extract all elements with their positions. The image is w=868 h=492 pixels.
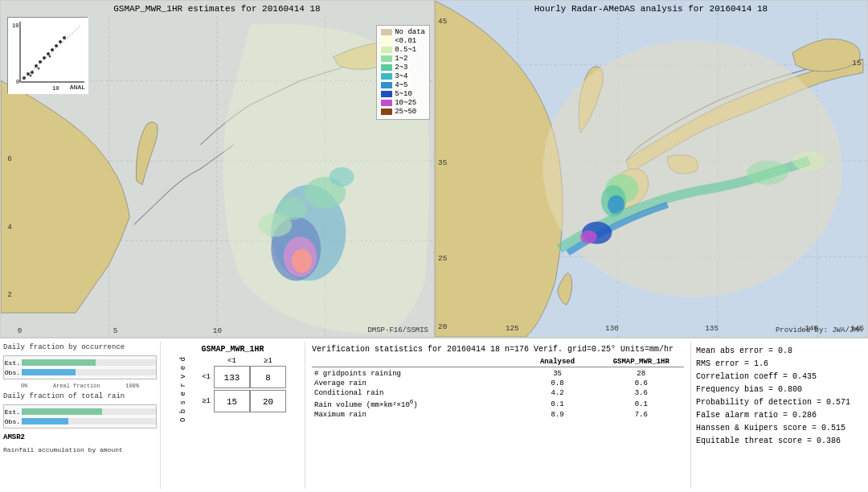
pct-0-label-1: 0% [21, 383, 27, 389]
daily-rain-label: Daily fraction of total rain [3, 392, 157, 400]
mean-abs-error: Mean abs error = 0.8 [696, 345, 863, 358]
stats-row-1: Average rain 0.8 0.6 [312, 379, 684, 388]
daily-occurrence-label: Daily fraction by occurrence [3, 343, 157, 351]
stats-analyzed-1: 0.8 [517, 379, 599, 388]
inset-label: ANAL [70, 84, 85, 91]
contingency-table-panel: GSMAP_MWR_1HR O b s e r v e d <1 ≥1 <1 1 [161, 342, 305, 489]
daily-rain-chart: Est. Obs. [3, 404, 157, 428]
bar-axis-1: 0% Areal fraction 100% [3, 383, 157, 389]
legend-color-5-10 [381, 91, 392, 97]
legend-color-05-1 [381, 47, 392, 53]
contingency-outer: O b s e r v e d <1 ≥1 <1 133 8 [179, 357, 286, 422]
right-map-title: Hourly Radar-AMeDAS analysis for 2016041… [435, 4, 867, 14]
false-alarm-ratio: False alarm ratio = 0.286 [696, 409, 863, 422]
right-map-panel: Hourly Radar-AMeDAS analysis for 2016041… [434, 0, 868, 338]
legend-color-lt001 [381, 38, 392, 44]
ct-row-ge1: ≥1 15 20 [190, 390, 286, 412]
est-label-2: Est. [4, 408, 22, 416]
svg-text:20: 20 [438, 322, 447, 331]
observed-label: O b s e r v e d [179, 357, 187, 422]
ct-col-header-lt1: <1 [214, 357, 250, 365]
legend-label-4-5: 4~5 [395, 81, 407, 89]
svg-point-35 [47, 52, 50, 55]
svg-point-59 [580, 231, 597, 244]
legend-lt001: <0.01 [381, 37, 425, 45]
legend-label-3-4: 3~4 [395, 72, 407, 80]
left-map-panel: GSMAP_MWR_1HR estimates for 20160414 18 [0, 0, 434, 338]
ct-col-header-ge1: ≥1 [250, 357, 286, 365]
ct-cell-lt1-ge1: 8 [250, 366, 286, 388]
legend-label-10-25: 10~25 [395, 99, 416, 107]
legend-color-4-5 [381, 82, 392, 88]
ct-cell-lt1-lt1: 133 [214, 366, 250, 388]
left-map-title: GSMAP_MWR_1HR estimates for 20160414 18 [1, 4, 433, 14]
svg-text:6: 6 [7, 154, 12, 163]
stats-gsmap-2: 3.6 [599, 388, 685, 398]
daily-occurrence-chart: Est. Obs. [3, 355, 157, 379]
svg-text:130: 130 [605, 324, 619, 333]
stats-row-2: Conditional rain 4.2 3.6 [312, 388, 684, 398]
legend-25-50: 25~50 [381, 108, 425, 116]
amsr2-label: AMSR2 [3, 433, 157, 441]
legend-label-25-50: 25~50 [395, 108, 416, 116]
obs-rain-row: Obs. [4, 416, 156, 426]
legend-label-2-3: 2~3 [395, 64, 407, 72]
est-rain-row: Est. [4, 407, 156, 416]
freq-bias: Frequency bias = 0.800 [696, 383, 863, 396]
metrics-panel: Mean abs error = 0.8 RMS error = 1.6 Cor… [691, 342, 868, 489]
svg-point-33 [39, 60, 42, 64]
correlation-coeff: Correlation coeff = 0.435 [696, 371, 863, 383]
col-header-gsmap: GSMAP_MWR_1HR [599, 357, 685, 367]
left-map-bottom-label: DMSP-F16/SSMIS [367, 326, 428, 334]
stats-header-row: Analysed GSMAP_MWR_1HR [312, 357, 684, 367]
stats-gsmap-0: 28 [599, 369, 685, 379]
charts-panel: Daily fraction by occurrence Est. Obs. 0… [0, 342, 161, 489]
hanssen-kuipers: Hanssen & Kuipers score = 0.515 [696, 422, 863, 435]
maps-row: GSMAP_MWR_1HR estimates for 20160414 18 [0, 0, 868, 338]
legend-label-5-10: 5~10 [395, 90, 412, 98]
stats-row-3: Rain volume (mm×km²×106) 0.1 0.1 [312, 398, 684, 410]
stats-label-3: Rain volume (mm×km²×106) [312, 398, 517, 410]
stats-gsmap-1: 0.6 [599, 379, 685, 388]
legend-2-3: 2~3 [381, 64, 425, 72]
stats-row-4: Maximum rain 8.9 7.6 [312, 410, 684, 420]
obs-occurrence-row: Obs. [4, 367, 156, 377]
verification-title: Verification statistics for 20160414 18 … [312, 345, 684, 354]
rms-error: RMS error = 1.6 [696, 358, 863, 371]
ct-header-spacer [190, 357, 214, 365]
legend-label-05-1: 0.5~1 [395, 46, 416, 54]
svg-point-37 [55, 44, 58, 47]
equitable-threat: Equitable threat score = 0.386 [696, 435, 863, 448]
svg-point-31 [31, 71, 34, 74]
est-label-1: Est. [4, 359, 22, 367]
svg-point-41 [38, 68, 40, 70]
legend-5-10: 5~10 [381, 90, 425, 98]
ct-row-lt1: <1 133 8 [190, 366, 286, 388]
stats-analyzed-0: 35 [517, 369, 599, 379]
stats-row-0: # gridpoints raining 35 28 [312, 369, 684, 379]
right-map-bottom-label: Provided by: JWA/JMA [776, 326, 862, 334]
ct-row-label-lt1: <1 [190, 373, 214, 381]
stats-analyzed-2: 4.2 [517, 388, 599, 398]
stats-label-0: # gridpoints raining [312, 369, 517, 379]
svg-text:10: 10 [52, 85, 59, 92]
obs-bar-track-2 [22, 418, 156, 424]
svg-text:15: 15 [852, 59, 861, 68]
obs-bar-fill-2 [22, 418, 68, 424]
svg-text:10: 10 [213, 326, 222, 335]
legend-color-3-4 [381, 73, 392, 80]
est-bar-fill-1 [22, 359, 96, 366]
legend-box: No data <0.01 0.5~1 1~2 2~3 [376, 25, 430, 120]
legend-label-nodata: No data [395, 28, 425, 36]
obs-bar-track-1 [22, 369, 156, 375]
obs-bar-fill-1 [22, 369, 76, 375]
svg-point-32 [35, 64, 38, 68]
legend-3-4: 3~4 [381, 72, 425, 80]
legend-1-2: 1~2 [381, 55, 425, 63]
svg-text:125: 125 [506, 324, 519, 333]
stats-gsmap-4: 7.6 [599, 410, 685, 420]
stats-label-2: Conditional rain [312, 388, 517, 398]
svg-point-42 [49, 55, 51, 58]
legend-05-1: 0.5~1 [381, 46, 425, 54]
pct-100-label-1: 100% [125, 383, 139, 389]
